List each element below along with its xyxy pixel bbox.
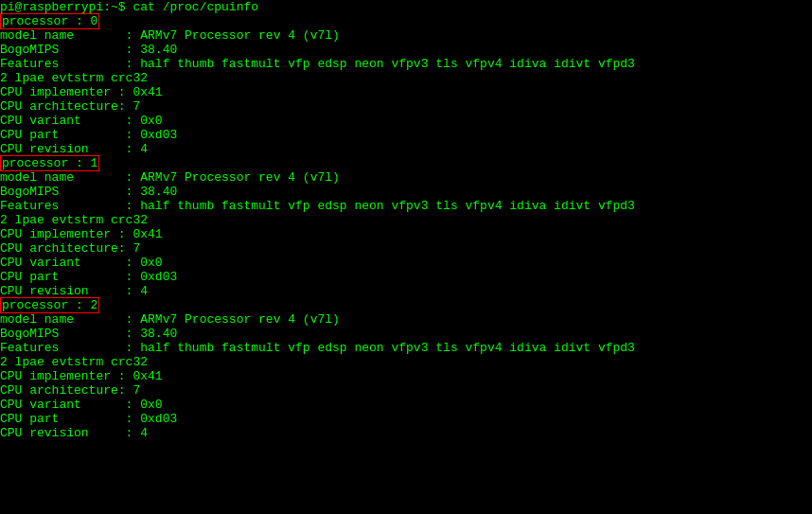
cpu-line-0-6: CPU variant : 0x0	[0, 114, 812, 128]
cpu-line-0-3: 2 lpae evtstrm crc32	[0, 71, 812, 85]
cpu-line-2-1: BogoMIPS : 38.40	[0, 327, 812, 341]
cpu-line-0-8: CPU revision : 4	[0, 142, 812, 156]
cpu-line-0-0: model name : ARMv7 Processor rev 4 (v7l)	[0, 28, 812, 43]
cpu-line-2-4: CPU implementer : 0x41	[0, 369, 812, 383]
processor-blocks: processor : 0model name : ARMv7 Processo…	[0, 14, 812, 440]
cpu-line-1-1: BogoMIPS : 38.40	[0, 185, 812, 199]
cpu-line-1-2: Features : half thumb fastmult vfp edsp …	[0, 199, 812, 213]
processor-box-2: processor : 2	[0, 297, 99, 313]
cpu-line-2-7: CPU part : 0xd03	[0, 412, 812, 426]
cpu-line-1-0: model name : ARMv7 Processor rev 4 (v7l)	[0, 170, 812, 185]
cpu-line-2-6: CPU variant : 0x0	[0, 398, 812, 412]
cpu-line-2-5: CPU architecture: 7	[0, 383, 812, 398]
cpu-line-1-5: CPU architecture: 7	[0, 241, 812, 256]
cpu-line-2-8: CPU revision : 4	[0, 426, 812, 440]
cpu-line-0-1: BogoMIPS : 38.40	[0, 43, 812, 57]
terminal: pi@raspberrypi:~$ cat /proc/cpuinfo proc…	[0, 0, 812, 514]
cpu-line-1-6: CPU variant : 0x0	[0, 256, 812, 270]
cpu-line-0-2: Features : half thumb fastmult vfp edsp …	[0, 57, 812, 71]
cpu-line-2-2: Features : half thumb fastmult vfp edsp …	[0, 341, 812, 355]
cpu-line-1-3: 2 lpae evtstrm crc32	[0, 213, 812, 227]
cpu-line-1-7: CPU part : 0xd03	[0, 270, 812, 284]
cpu-line-1-4: CPU implementer : 0x41	[0, 227, 812, 241]
processor-box-1: processor : 1	[0, 155, 99, 171]
cpu-line-0-5: CPU architecture: 7	[0, 99, 812, 114]
processor-line-1: processor : 1	[0, 156, 812, 170]
cpu-line-2-3: 2 lpae evtstrm crc32	[0, 355, 812, 369]
cpu-line-1-8: CPU revision : 4	[0, 284, 812, 298]
processor-line-2: processor : 2	[0, 298, 812, 312]
processor-box-0: processor : 0	[0, 13, 99, 29]
cpu-line-0-7: CPU part : 0xd03	[0, 128, 812, 142]
prompt-line: pi@raspberrypi:~$ cat /proc/cpuinfo	[0, 0, 812, 14]
cpu-line-2-0: model name : ARMv7 Processor rev 4 (v7l)	[0, 312, 812, 327]
cpu-line-0-4: CPU implementer : 0x41	[0, 85, 812, 99]
processor-line-0: processor : 0	[0, 14, 812, 28]
